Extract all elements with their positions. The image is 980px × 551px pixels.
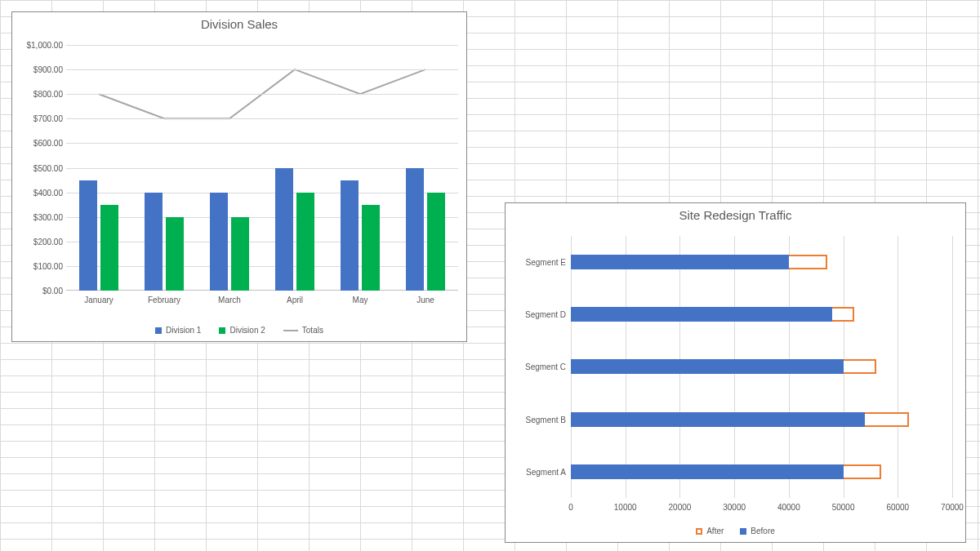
bar-division2 [100,205,118,291]
y-tick-label: $0.00 [42,287,63,295]
bar-division2 [296,193,314,291]
gridline [952,236,953,498]
y-tick-label: $800.00 [33,90,63,99]
y-tick-label: $700.00 [33,114,63,123]
division-sales-chart[interactable]: Division Sales $0.00$100.00$200.00$300.0… [11,11,467,342]
legend: Division 1 Division 2 Totals [12,326,466,335]
y-tick-label: $500.00 [33,163,63,172]
chart-title: Site Redesign Traffic [506,203,965,225]
legend-label: Division 2 [229,326,265,335]
y-tick-label: $600.00 [33,139,63,148]
bar-division1 [145,193,163,291]
y-tick-label: Segment A [526,467,566,476]
y-tick-label: Segment C [525,362,566,371]
bar-division1 [79,180,97,291]
bar-row: Segment D [571,288,952,340]
legend: After Before [506,527,965,535]
legend-item-division1: Division 1 [155,326,201,335]
legend-label: After [706,527,724,535]
plot-area: 010000200003000040000500006000070000Segm… [571,236,952,498]
y-tick-label: $900.00 [33,65,63,74]
bar-before [571,412,865,427]
bar-row: Segment C [571,340,952,393]
bar-group: April [262,45,327,291]
legend-label: Division 1 [166,326,201,335]
bar-before [571,464,844,479]
bar-row: Segment E [571,236,952,288]
legend-item-before: Before [740,527,774,535]
bar-group: May [327,45,393,291]
bar-division1 [341,180,359,291]
bar-group: January [66,45,131,291]
y-tick-label: $100.00 [33,261,63,270]
legend-item-division2: Division 2 [219,326,265,335]
bar-group: March [197,45,262,291]
bar-row: Segment A [571,446,952,498]
site-redesign-traffic-chart[interactable]: Site Redesign Traffic 010000200003000040… [505,202,966,543]
y-tick-label: Segment E [526,258,566,267]
x-tick-label: May [327,291,393,304]
chart-title: Division Sales [12,12,466,34]
bar-division1 [210,193,228,291]
legend-label: Totals [302,326,323,335]
bar-division2 [166,217,184,291]
bar-division2 [362,205,380,291]
bar-division1 [406,168,424,291]
y-tick-label: $1,000.00 [27,41,64,50]
x-tick-label: 50000 [832,498,855,512]
bar-division2 [427,193,445,291]
bar-before [571,307,832,322]
bar-before [571,255,789,269]
x-tick-label: June [393,291,458,304]
x-tick-label: March [197,291,262,304]
y-tick-label: $400.00 [33,188,63,197]
y-tick-label: $300.00 [33,212,63,221]
x-tick-label: 30000 [723,498,746,512]
bar-division1 [275,168,293,291]
bar-before [571,359,844,374]
bar-row: Segment B [571,393,952,446]
y-tick-label: Segment D [525,310,566,319]
bar-group: February [131,45,197,291]
y-tick-label: $200.00 [33,237,63,246]
bar-division2 [231,217,249,291]
x-tick-label: 70000 [941,498,964,512]
plot-area: $0.00$100.00$200.00$300.00$400.00$500.00… [66,45,458,291]
x-tick-label: April [262,291,327,304]
x-tick-label: January [66,291,131,304]
x-tick-label: 40000 [777,498,800,512]
legend-label: Before [751,527,774,535]
bar-group: June [393,45,458,291]
x-tick-label: 10000 [614,498,637,512]
x-tick-label: February [131,291,197,304]
x-tick-label: 60000 [886,498,909,512]
x-tick-label: 20000 [669,498,692,512]
x-tick-label: 0 [568,498,573,512]
legend-item-after: After [696,527,724,535]
legend-item-totals: Totals [283,326,323,335]
y-tick-label: Segment B [526,415,566,424]
